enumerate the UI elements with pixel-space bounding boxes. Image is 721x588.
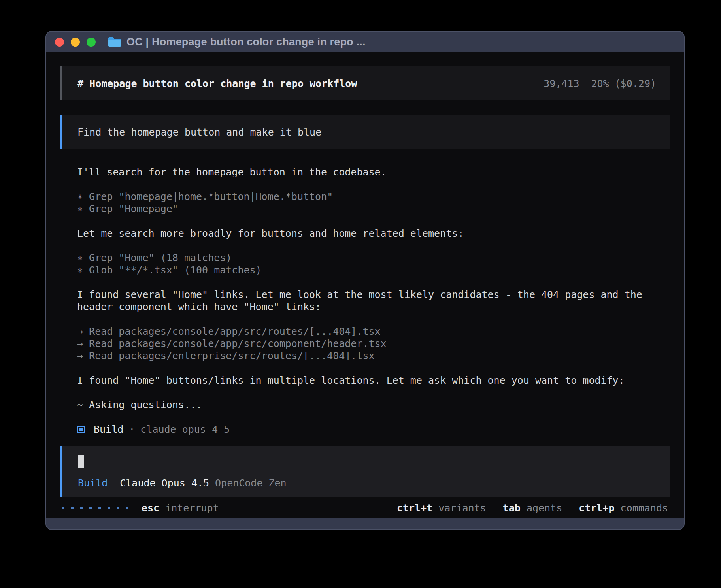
spinner-dot xyxy=(62,507,64,509)
session-cost: ($0.29) xyxy=(615,78,656,89)
text-cursor xyxy=(78,455,84,468)
agent-separator: · xyxy=(129,423,135,435)
session-header: # Homepage button color change in repo w… xyxy=(60,66,670,100)
tool-call-grep: ∗ Grep "Homepage" xyxy=(77,203,667,215)
user-message: Find the homepage button and make it blu… xyxy=(60,115,670,149)
tool-call-read: → Read packages/console/app/src/componen… xyxy=(77,337,667,350)
hint-variants: ctrl+t variants xyxy=(397,502,486,514)
agent-build-icon xyxy=(77,426,85,433)
agent-model: claude-opus-4-5 xyxy=(140,423,230,435)
tool-call-group: ∗ Grep "Home" (18 matches) ∗ Glob "**/*.… xyxy=(77,252,667,276)
assistant-text: Let me search more broadly for buttons a… xyxy=(77,227,667,239)
user-message-text: Find the homepage button and make it blu… xyxy=(77,126,321,138)
hint-key: tab xyxy=(503,502,521,514)
session-stats: 39,41320%($0.29) xyxy=(544,77,656,90)
assistant-text: I found several "Home" links. Let me loo… xyxy=(77,288,667,313)
status-bar-right: ctrl+t variants tab agents ctrl+p comman… xyxy=(397,502,668,514)
spinner-dot xyxy=(108,507,110,509)
traffic-lights xyxy=(55,38,96,47)
provider-label: OpenCode Zen xyxy=(215,477,287,489)
hint-label: interrupt xyxy=(165,502,219,514)
mode-label: Build xyxy=(78,477,108,489)
hint-label: commands xyxy=(621,502,668,514)
context-percent: 20% xyxy=(591,78,609,89)
folder-icon xyxy=(108,36,122,48)
zoom-button[interactable] xyxy=(87,38,96,47)
minimize-button[interactable] xyxy=(71,38,80,47)
spinner-dot xyxy=(126,507,128,509)
terminal-content: # Homepage button color change in repo w… xyxy=(46,52,684,518)
session-title: # Homepage button color change in repo w… xyxy=(77,77,357,90)
tool-call-glob: ∗ Glob "**/*.tsx" (100 matches) xyxy=(77,264,667,276)
tool-call-group: → Read packages/console/app/src/routes/[… xyxy=(77,325,667,362)
close-button[interactable] xyxy=(55,38,64,47)
hint-key: ctrl+t xyxy=(397,502,432,514)
terminal-window: OC | Homepage button color change in rep… xyxy=(45,31,685,530)
hint-label: variants xyxy=(438,502,486,514)
status-bar: esc interrupt ctrl+t variants tab agents… xyxy=(60,497,670,518)
hint-label: agents xyxy=(527,502,562,514)
tool-call-read: → Read packages/console/app/src/routes/[… xyxy=(77,325,667,337)
spinner-dot xyxy=(71,507,74,509)
spinner-dot xyxy=(80,507,83,509)
assistant-transcript: I'll search for the homepage button in t… xyxy=(60,166,670,435)
agent-name: Build xyxy=(94,423,123,435)
tool-call-read: → Read packages/enterprise/src/routes/[.… xyxy=(77,350,667,362)
hint-agents: tab agents xyxy=(503,502,562,514)
token-count: 39,413 xyxy=(544,78,579,89)
spinner-dots xyxy=(62,507,128,509)
assistant-text: I'll search for the homepage button in t… xyxy=(77,166,667,178)
tool-call-grep: ∗ Grep "homepage|home.*button|Home.*butt… xyxy=(77,190,667,203)
status-bar-left: esc interrupt xyxy=(62,502,219,514)
status-line-asking: ~ Asking questions... xyxy=(77,399,667,411)
tool-call-group: ∗ Grep "homepage|home.*button|Home.*butt… xyxy=(77,190,667,215)
hint-commands: ctrl+p commands xyxy=(579,502,668,514)
titlebar: OC | Homepage button color change in rep… xyxy=(46,32,684,52)
model-label: Claude Opus 4.5 xyxy=(120,477,209,489)
spinner-dot xyxy=(98,507,101,509)
hint-key: esc xyxy=(142,502,159,514)
input-mode-line: Build Claude Opus 4.5 OpenCode Zen xyxy=(78,477,670,489)
window-bottom-edge xyxy=(46,518,684,529)
spinner-dot xyxy=(117,507,119,509)
tool-call-grep: ∗ Grep "Home" (18 matches) xyxy=(77,252,667,264)
agent-line: Build · claude-opus-4-5 xyxy=(77,423,667,435)
hint-interrupt: esc interrupt xyxy=(142,502,219,514)
hint-key: ctrl+p xyxy=(579,502,614,514)
spinner-dot xyxy=(89,507,92,509)
assistant-text: I found "Home" buttons/links in multiple… xyxy=(77,374,667,386)
prompt-input[interactable]: Build Claude Opus 4.5 OpenCode Zen xyxy=(60,446,670,497)
window-title: OC | Homepage button color change in rep… xyxy=(126,36,366,48)
